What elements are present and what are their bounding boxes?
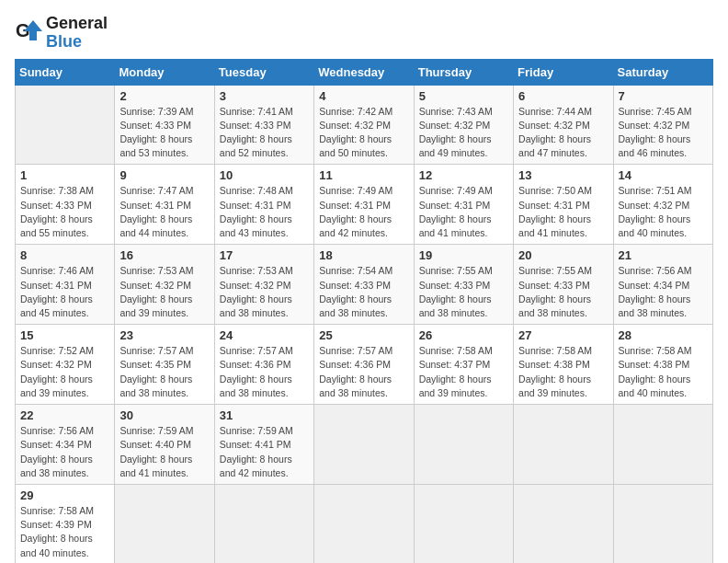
day-cell-26: 26 Sunrise: 7:58 AM Sunset: 4:37 PM Dayl… bbox=[414, 325, 513, 405]
day-header-wednesday: Wednesday bbox=[314, 59, 414, 85]
day-number: 1 bbox=[20, 168, 109, 182]
day-cell-3: 3 Sunrise: 7:41 AM Sunset: 4:33 PM Dayli… bbox=[214, 85, 313, 165]
day-cell-17: 17 Sunrise: 7:53 AM Sunset: 4:32 PM Dayl… bbox=[214, 245, 313, 325]
empty-cell bbox=[214, 484, 313, 563]
calendar-row-5: 29 Sunrise: 7:58 AM Sunset: 4:39 PM Dayl… bbox=[16, 484, 713, 563]
page-header: G General Blue bbox=[15, 15, 713, 52]
empty-cell bbox=[314, 484, 414, 563]
day-number: 19 bbox=[419, 248, 508, 262]
day-number: 24 bbox=[220, 328, 309, 342]
day-number: 4 bbox=[319, 89, 408, 103]
day-info: Sunrise: 7:49 AM Sunset: 4:31 PM Dayligh… bbox=[419, 184, 508, 240]
day-number: 5 bbox=[419, 89, 508, 103]
day-number: 11 bbox=[319, 168, 408, 182]
day-header-thursday: Thursday bbox=[414, 59, 513, 85]
day-header-monday: Monday bbox=[115, 59, 214, 85]
day-cell-11: 11 Sunrise: 7:49 AM Sunset: 4:31 PM Dayl… bbox=[314, 165, 414, 245]
calendar-row-4: 22 Sunrise: 7:56 AM Sunset: 4:34 PM Dayl… bbox=[16, 405, 713, 485]
day-cell-9: 9 Sunrise: 7:47 AM Sunset: 4:31 PM Dayli… bbox=[115, 165, 214, 245]
day-cell-29: 29 Sunrise: 7:58 AM Sunset: 4:39 PM Dayl… bbox=[16, 484, 115, 563]
day-info: Sunrise: 7:42 AM Sunset: 4:32 PM Dayligh… bbox=[319, 105, 408, 161]
day-number: 16 bbox=[119, 248, 209, 262]
day-header-saturday: Saturday bbox=[613, 59, 712, 85]
day-header-friday: Friday bbox=[514, 59, 613, 85]
day-number: 9 bbox=[119, 168, 209, 182]
day-number: 15 bbox=[20, 328, 109, 342]
day-cell-25: 25 Sunrise: 7:57 AM Sunset: 4:36 PM Dayl… bbox=[314, 325, 414, 405]
empty-cell bbox=[514, 484, 613, 563]
day-info: Sunrise: 7:46 AM Sunset: 4:31 PM Dayligh… bbox=[20, 264, 109, 320]
day-info: Sunrise: 7:54 AM Sunset: 4:33 PM Dayligh… bbox=[319, 264, 408, 320]
day-info: Sunrise: 7:55 AM Sunset: 4:33 PM Dayligh… bbox=[518, 264, 608, 320]
day-info: Sunrise: 7:51 AM Sunset: 4:32 PM Dayligh… bbox=[619, 184, 708, 240]
day-info: Sunrise: 7:38 AM Sunset: 4:33 PM Dayligh… bbox=[20, 184, 109, 240]
day-info: Sunrise: 7:57 AM Sunset: 4:35 PM Dayligh… bbox=[119, 344, 209, 400]
day-cell-18: 18 Sunrise: 7:54 AM Sunset: 4:33 PM Dayl… bbox=[314, 245, 414, 325]
day-info: Sunrise: 7:58 AM Sunset: 4:38 PM Dayligh… bbox=[518, 344, 608, 400]
day-number: 26 bbox=[419, 328, 508, 342]
day-number: 21 bbox=[619, 248, 708, 262]
day-number: 14 bbox=[619, 168, 708, 182]
logo-wrapper: G General Blue bbox=[15, 15, 108, 52]
day-cell-7: 7 Sunrise: 7:45 AM Sunset: 4:32 PM Dayli… bbox=[613, 85, 712, 165]
day-header-tuesday: Tuesday bbox=[214, 59, 313, 85]
day-info: Sunrise: 7:57 AM Sunset: 4:36 PM Dayligh… bbox=[319, 344, 408, 400]
day-info: Sunrise: 7:43 AM Sunset: 4:32 PM Dayligh… bbox=[419, 105, 508, 161]
calendar: SundayMondayTuesdayWednesdayThursdayFrid… bbox=[15, 59, 713, 563]
empty-cell bbox=[16, 85, 115, 165]
day-number: 3 bbox=[220, 89, 309, 103]
day-info: Sunrise: 7:44 AM Sunset: 4:32 PM Dayligh… bbox=[518, 105, 608, 161]
day-number: 12 bbox=[419, 168, 508, 182]
day-cell-31: 31 Sunrise: 7:59 AM Sunset: 4:41 PM Dayl… bbox=[214, 405, 313, 485]
day-number: 20 bbox=[518, 248, 608, 262]
calendar-row-0: 2 Sunrise: 7:39 AM Sunset: 4:33 PM Dayli… bbox=[16, 85, 713, 165]
day-info: Sunrise: 7:50 AM Sunset: 4:31 PM Dayligh… bbox=[518, 184, 608, 240]
day-cell-8: 8 Sunrise: 7:46 AM Sunset: 4:31 PM Dayli… bbox=[16, 245, 115, 325]
day-number: 31 bbox=[220, 408, 309, 422]
day-number: 25 bbox=[319, 328, 408, 342]
day-number: 7 bbox=[619, 89, 708, 103]
day-number: 6 bbox=[518, 89, 608, 103]
day-number: 27 bbox=[518, 328, 608, 342]
day-cell-16: 16 Sunrise: 7:53 AM Sunset: 4:32 PM Dayl… bbox=[115, 245, 214, 325]
empty-cell bbox=[115, 484, 214, 563]
day-cell-23: 23 Sunrise: 7:57 AM Sunset: 4:35 PM Dayl… bbox=[115, 325, 214, 405]
day-cell-4: 4 Sunrise: 7:42 AM Sunset: 4:32 PM Dayli… bbox=[314, 85, 414, 165]
day-cell-27: 27 Sunrise: 7:58 AM Sunset: 4:38 PM Dayl… bbox=[514, 325, 613, 405]
logo: G General Blue bbox=[15, 15, 108, 52]
calendar-header-row: SundayMondayTuesdayWednesdayThursdayFrid… bbox=[16, 59, 713, 85]
logo-icon: G bbox=[15, 18, 44, 48]
day-info: Sunrise: 7:49 AM Sunset: 4:31 PM Dayligh… bbox=[319, 184, 408, 240]
empty-cell bbox=[514, 405, 613, 485]
day-info: Sunrise: 7:58 AM Sunset: 4:38 PM Dayligh… bbox=[619, 344, 708, 400]
day-info: Sunrise: 7:59 AM Sunset: 4:41 PM Dayligh… bbox=[220, 424, 309, 480]
day-number: 13 bbox=[518, 168, 608, 182]
day-number: 10 bbox=[220, 168, 309, 182]
day-number: 2 bbox=[119, 89, 209, 103]
day-info: Sunrise: 7:45 AM Sunset: 4:32 PM Dayligh… bbox=[619, 105, 708, 161]
calendar-row-1: 1 Sunrise: 7:38 AM Sunset: 4:33 PM Dayli… bbox=[16, 165, 713, 245]
day-cell-28: 28 Sunrise: 7:58 AM Sunset: 4:38 PM Dayl… bbox=[613, 325, 712, 405]
day-cell-10: 10 Sunrise: 7:48 AM Sunset: 4:31 PM Dayl… bbox=[214, 165, 313, 245]
day-info: Sunrise: 7:39 AM Sunset: 4:33 PM Dayligh… bbox=[119, 105, 209, 161]
day-header-sunday: Sunday bbox=[16, 59, 115, 85]
day-info: Sunrise: 7:47 AM Sunset: 4:31 PM Dayligh… bbox=[119, 184, 209, 240]
empty-cell bbox=[613, 405, 712, 485]
empty-cell bbox=[414, 484, 513, 563]
logo-text: General Blue bbox=[46, 15, 108, 52]
day-cell-30: 30 Sunrise: 7:59 AM Sunset: 4:40 PM Dayl… bbox=[115, 405, 214, 485]
day-info: Sunrise: 7:56 AM Sunset: 4:34 PM Dayligh… bbox=[20, 424, 109, 480]
calendar-row-2: 8 Sunrise: 7:46 AM Sunset: 4:31 PM Dayli… bbox=[16, 245, 713, 325]
day-cell-15: 15 Sunrise: 7:52 AM Sunset: 4:32 PM Dayl… bbox=[16, 325, 115, 405]
day-info: Sunrise: 7:41 AM Sunset: 4:33 PM Dayligh… bbox=[220, 105, 309, 161]
day-number: 30 bbox=[119, 408, 209, 422]
day-number: 23 bbox=[119, 328, 209, 342]
day-info: Sunrise: 7:58 AM Sunset: 4:39 PM Dayligh… bbox=[20, 504, 109, 560]
day-cell-2: 2 Sunrise: 7:39 AM Sunset: 4:33 PM Dayli… bbox=[115, 85, 214, 165]
day-info: Sunrise: 7:52 AM Sunset: 4:32 PM Dayligh… bbox=[20, 344, 109, 400]
day-cell-1: 1 Sunrise: 7:38 AM Sunset: 4:33 PM Dayli… bbox=[16, 165, 115, 245]
empty-cell bbox=[414, 405, 513, 485]
calendar-row-3: 15 Sunrise: 7:52 AM Sunset: 4:32 PM Dayl… bbox=[16, 325, 713, 405]
day-cell-13: 13 Sunrise: 7:50 AM Sunset: 4:31 PM Dayl… bbox=[514, 165, 613, 245]
empty-cell bbox=[613, 484, 712, 563]
